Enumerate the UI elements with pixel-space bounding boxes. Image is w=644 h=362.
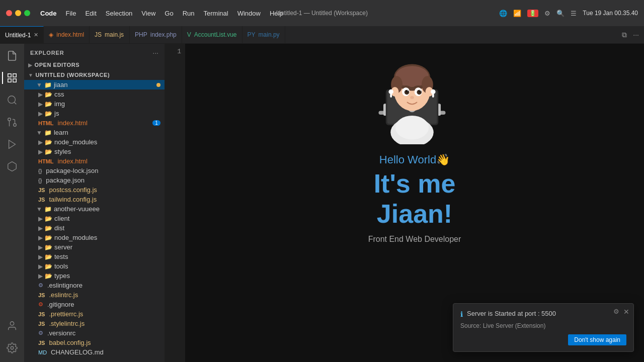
tab-main-py[interactable]: PY main.py xyxy=(243,26,285,43)
list-item[interactable]: ▶ 📂 css xyxy=(24,89,165,99)
minimize-button[interactable] xyxy=(15,10,21,16)
notification-gear-button[interactable]: ⚙ xyxy=(613,308,619,315)
list-item[interactable]: ⚙ .eslintignore xyxy=(24,281,165,290)
svg-rect-3 xyxy=(8,79,11,82)
time-display: Tue 19 Jan 00.35.40 xyxy=(583,10,638,17)
svg-line-5 xyxy=(14,102,16,104)
list-item[interactable]: ▶ 📂 dist xyxy=(24,223,165,233)
activity-files[interactable] xyxy=(2,46,22,66)
tab-label: index.html xyxy=(56,31,84,38)
list-item[interactable]: ⚙ .gitignore xyxy=(24,300,165,309)
list-item[interactable]: ▶ 📂 tools xyxy=(24,261,165,271)
menu-edit[interactable]: Edit xyxy=(81,9,100,18)
dont-show-again-button[interactable]: Don't show again xyxy=(568,334,626,345)
vscode-app: Untitled-1 ✕ ◈ index.html JS main.js PHP… xyxy=(0,26,644,362)
file-name: .versionrc xyxy=(47,329,165,337)
titlebar-right: 🌐 📶 🔋 ⚙ 🔍 ☰ Tue 19 Jan 00.35.40 xyxy=(499,10,638,17)
list-item[interactable]: {} package-lock.json xyxy=(24,166,165,175)
js-file-icon: JS xyxy=(38,311,45,317)
list-item[interactable]: ▶ 📂 node_modules xyxy=(24,233,165,242)
tab-untitled[interactable]: Untitled-1 ✕ xyxy=(0,26,44,43)
menu-selection[interactable]: Selection xyxy=(102,9,136,18)
list-item[interactable]: JS babel.config.js xyxy=(24,338,165,347)
activity-extensions[interactable] xyxy=(2,156,22,176)
battery-badge: 🔋 xyxy=(527,10,538,17)
fullscreen-button[interactable] xyxy=(24,10,30,16)
activity-source-control[interactable] xyxy=(2,112,22,132)
list-item[interactable]: JS tailwind.config.js xyxy=(24,195,165,204)
tab-accountlist-vue[interactable]: V AccountList.vue xyxy=(182,26,243,43)
list-item[interactable]: {} package.json xyxy=(24,175,165,185)
chevron-right-icon: ▶ xyxy=(38,215,43,222)
list-item[interactable]: JS postcss.config.js xyxy=(24,185,165,195)
svg-point-28 xyxy=(388,89,393,95)
file-name: package-lock.json xyxy=(46,167,165,174)
activity-debug[interactable] xyxy=(2,134,22,154)
svg-point-7 xyxy=(8,118,11,121)
menu-run[interactable]: Run xyxy=(179,9,199,18)
display-icon: ☰ xyxy=(571,10,577,17)
tab-bar: Untitled-1 ✕ ◈ index.html JS main.js PHP… xyxy=(0,26,644,44)
file-name: .eslintrc.js xyxy=(49,291,165,299)
tab-index-php[interactable]: PHP index.php xyxy=(130,26,182,43)
menu-view[interactable]: View xyxy=(137,9,159,18)
folder-name: client xyxy=(54,215,165,222)
menu-file[interactable]: File xyxy=(62,9,80,18)
chevron-right-icon: ▶ xyxy=(38,234,43,241)
list-item[interactable]: ▶ 📂 node_modules xyxy=(24,137,165,147)
activity-explorer[interactable] xyxy=(2,68,22,88)
split-editor-icon[interactable]: ⧉ xyxy=(621,30,628,40)
chevron-right-icon: ▶ xyxy=(38,110,43,117)
notification-toast: ⚙ ✕ ℹ Server is Started at port : 5500 S… xyxy=(453,303,634,352)
html-file-icon: HTML xyxy=(38,120,54,126)
menu-go[interactable]: Go xyxy=(160,9,177,18)
list-item[interactable]: JS .prettierrc.js xyxy=(24,309,165,319)
avatar xyxy=(364,49,465,149)
tab-index-html[interactable]: ◈ index.html xyxy=(44,26,90,43)
list-item[interactable]: ▶ 📂 server xyxy=(24,242,165,252)
folder-name: styles xyxy=(54,148,165,155)
tab-label: index.php xyxy=(150,31,177,38)
list-item[interactable]: ▶ 📂 types xyxy=(24,271,165,281)
more-actions-icon[interactable]: ··· xyxy=(632,30,640,40)
svg-point-19 xyxy=(395,116,429,140)
folder-icon: 📂 xyxy=(45,244,52,251)
file-name: babel.config.js xyxy=(49,339,165,346)
list-item[interactable]: ▼ 📁 another-vuueee xyxy=(24,204,165,214)
list-item[interactable]: HTML index.html 1 xyxy=(24,118,165,128)
menu-terminal[interactable]: Terminal xyxy=(200,9,232,18)
config-file-icon: ⚙ xyxy=(38,330,43,336)
folder-name: css xyxy=(54,90,165,98)
list-item[interactable]: ▶ 📂 tests xyxy=(24,252,165,261)
tab-main-js[interactable]: JS main.js xyxy=(90,26,130,43)
list-item[interactable]: ▼ 📁 learn xyxy=(24,128,165,137)
list-item[interactable]: ▶ 📂 styles xyxy=(24,147,165,156)
list-item[interactable]: JS .stylelintrc.js xyxy=(24,319,165,328)
svg-point-11 xyxy=(11,346,14,349)
menu-code[interactable]: Code xyxy=(36,9,61,18)
list-item[interactable]: ⚙ .versionrc xyxy=(24,328,165,338)
activity-search[interactable] xyxy=(2,90,22,110)
activity-remote[interactable] xyxy=(2,316,22,336)
list-item[interactable]: ▶ 📂 client xyxy=(24,214,165,223)
list-item[interactable]: ▶ 📂 js xyxy=(24,109,165,118)
close-button[interactable] xyxy=(6,10,12,16)
sidebar-more-actions[interactable]: ··· xyxy=(152,49,158,57)
menu-window[interactable]: Window xyxy=(233,9,265,18)
list-item[interactable]: HTML index.html xyxy=(24,156,165,166)
folder-name: dist xyxy=(54,224,165,232)
open-editors-header[interactable]: ▶ OPEN Editors xyxy=(24,60,165,70)
js-file-icon: JS xyxy=(38,187,45,193)
tab-close-icon[interactable]: ✕ xyxy=(34,32,38,38)
list-item[interactable]: ▼ 📁 jiaan xyxy=(24,80,165,89)
file-name: .prettierrc.js xyxy=(49,310,165,318)
notification-close-button[interactable]: ✕ xyxy=(623,308,629,316)
list-item[interactable]: JS .eslintrc.js xyxy=(24,290,165,300)
tab-label: AccountList.vue xyxy=(194,31,237,38)
folder-name: node_modules xyxy=(54,138,165,146)
folder-icon: 📂 xyxy=(45,215,52,222)
activity-settings[interactable] xyxy=(2,338,22,358)
list-item[interactable]: ▶ 📂 img xyxy=(24,99,165,109)
list-item[interactable]: MD CHANGELOG.md xyxy=(24,347,165,357)
workspace-header[interactable]: ▼ UNTITLED (WORKSPACE) xyxy=(24,70,165,80)
